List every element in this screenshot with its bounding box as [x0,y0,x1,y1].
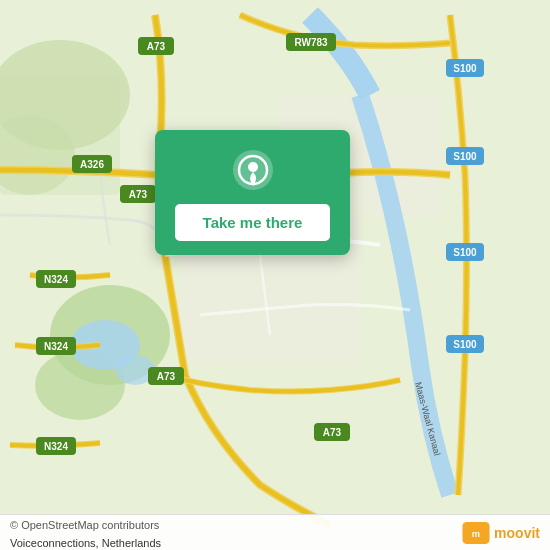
svg-text:S100: S100 [453,247,477,258]
svg-text:N324: N324 [44,274,68,285]
svg-rect-3 [0,75,120,195]
svg-text:S100: S100 [453,63,477,74]
svg-text:m: m [472,529,480,539]
svg-text:A326: A326 [80,159,104,170]
svg-text:A73: A73 [147,41,166,52]
moovit-label: moovit [494,525,540,541]
map-background: A73 A73 A73 A73 RW783 A326 A326 S100 S10… [0,0,550,550]
attribution-area: © OpenStreetMap contributors Voiceconnec… [10,515,161,551]
attribution-text: © OpenStreetMap contributors [10,519,159,531]
svg-text:N324: N324 [44,441,68,452]
take-me-there-button[interactable]: Take me there [175,204,330,241]
moovit-logo-icon: m [462,522,490,544]
location-popup: Take me there [155,130,350,255]
moovit-logo: m moovit [462,522,540,544]
location-pin-icon [231,148,275,192]
svg-text:S100: S100 [453,339,477,350]
svg-text:A73: A73 [323,427,342,438]
svg-text:S100: S100 [453,151,477,162]
svg-text:A73: A73 [157,371,176,382]
svg-point-41 [248,162,258,172]
svg-text:RW783: RW783 [294,37,328,48]
svg-text:A73: A73 [129,189,148,200]
svg-text:N324: N324 [44,341,68,352]
location-label: Voiceconnections, Netherlands [10,537,161,549]
bottom-bar: © OpenStreetMap contributors Voiceconnec… [0,514,550,550]
map-container: A73 A73 A73 A73 RW783 A326 A326 S100 S10… [0,0,550,550]
